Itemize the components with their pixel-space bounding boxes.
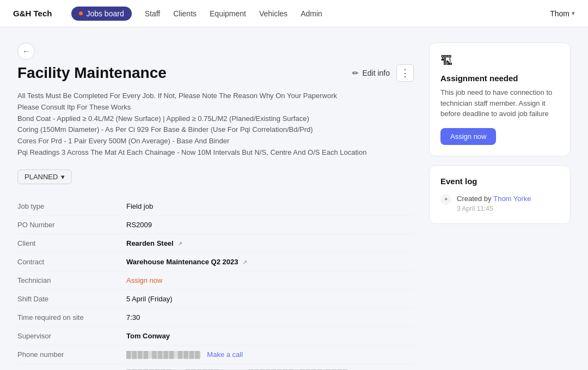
pencil-icon: ✏ — [352, 69, 359, 77]
page-title: Facility Maintenance — [17, 64, 167, 82]
title-actions: ✏ Edit info ⋮ — [352, 64, 414, 82]
value-phone-number: ████ ████ ████ Make a call — [126, 345, 414, 363]
back-button[interactable]: ← — [17, 43, 35, 60]
table-row: Work site ████████ 4, ██████ Road, █████… — [17, 363, 414, 370]
assignment-card-description: This job need to have connection to tech… — [440, 87, 559, 119]
desc-line-6: Pqi Readings 3 Across The Mat At Each Ch… — [17, 147, 414, 159]
table-row: Technician Assign now — [17, 271, 414, 289]
event-author-link[interactable]: Thom Yorke — [493, 195, 531, 203]
event-content: Created by Thom Yorke 3 April 11:45 — [457, 193, 531, 213]
details-table: Job type Field job PO Number RS2009 Clie… — [17, 197, 414, 370]
content-area: ← Facility Maintenance ✏ Edit info ⋮ All… — [17, 43, 414, 370]
event-row: ✦ Created by Thom Yorke 3 April 11:45 — [440, 193, 559, 213]
table-row: Contract Warehouse Maintenance Q2 2023 ↗ — [17, 252, 414, 271]
assignment-card-icon: 🏗 — [440, 54, 559, 68]
table-row: Supervisor Tom Conway — [17, 326, 414, 345]
label-client: Client — [17, 234, 126, 252]
label-supervisor: Supervisor — [17, 326, 126, 345]
contract-external-link-icon[interactable]: ↗ — [242, 259, 247, 265]
supervisor-name: Tom Conway — [126, 332, 170, 340]
client-name: Rearden Steel — [126, 239, 174, 247]
value-contract: Warehouse Maintenance Q2 2023 ↗ — [126, 252, 414, 271]
assign-now-link[interactable]: Assign now — [126, 276, 162, 284]
user-name: Thom — [550, 9, 569, 18]
job-description: All Tests Must Be Completed For Every Jo… — [17, 90, 414, 159]
jobs-board-label: Jobs board — [86, 9, 124, 18]
vehicles-nav[interactable]: Vehicles — [259, 9, 287, 18]
desc-line-3: Bond Coat - Applied ≥ 0.4L/M2 (New Surfa… — [17, 113, 414, 125]
main-layout: ← Facility Maintenance ✏ Edit info ⋮ All… — [0, 27, 588, 370]
brand-logo: G&H Tech — [13, 9, 52, 18]
contract-name: Warehouse Maintenance Q2 2023 — [126, 258, 238, 266]
value-job-type: Field job — [126, 197, 414, 216]
status-chevron-icon: ▾ — [61, 173, 65, 181]
back-row: ← — [17, 43, 414, 60]
user-menu[interactable]: Thom ▾ — [550, 9, 575, 18]
external-link-icon[interactable]: ↗ — [177, 240, 182, 247]
assignment-card-title: Assignment needed — [440, 74, 559, 83]
event-text: Created by Thom Yorke — [457, 193, 531, 204]
event-timestamp: 3 April 11:45 — [457, 205, 531, 213]
event-log-title: Event log — [440, 177, 559, 186]
nav-active-dot — [79, 11, 83, 15]
desc-line-5: Cores For Prd - 1 Pair Every 500M (On Av… — [17, 136, 414, 147]
phone-blurred: ████ ████ ████ — [126, 351, 201, 359]
desc-line-2: Please Consult Itp For These Works — [17, 102, 414, 113]
clients-nav[interactable]: Clients — [173, 9, 197, 18]
event-log-card: Event log ✦ Created by Thom Yorke 3 Apri… — [429, 165, 571, 225]
value-shift-date: 5 April (Friday) — [126, 289, 414, 308]
value-po-number: RS2009 — [126, 215, 414, 234]
label-phone-number: Phone number — [17, 345, 126, 363]
label-po-number: PO Number — [17, 215, 126, 234]
equipment-nav[interactable]: Equipment — [210, 9, 246, 18]
value-client: Rearden Steel ↗ — [126, 234, 414, 252]
user-chevron-icon: ▾ — [572, 10, 575, 17]
admin-nav[interactable]: Admin — [301, 9, 322, 18]
value-time-required: 7:30 — [126, 308, 414, 326]
desc-line-1: All Tests Must Be Completed For Every Jo… — [17, 90, 414, 102]
table-row: Phone number ████ ████ ████ Make a call — [17, 345, 414, 363]
make-call-link[interactable]: Make a call — [207, 350, 243, 359]
sidebar: 🏗 Assignment needed This job need to hav… — [429, 43, 571, 370]
table-row: Job type Field job — [17, 197, 414, 216]
navbar: G&H Tech Jobs board Staff Clients Equipm… — [0, 0, 588, 27]
page-title-row: Facility Maintenance ✏ Edit info ⋮ — [17, 64, 414, 82]
table-row: Shift Date 5 April (Friday) — [17, 289, 414, 308]
value-technician: Assign now — [126, 271, 414, 289]
table-row: PO Number RS2009 — [17, 215, 414, 234]
label-contract: Contract — [17, 252, 126, 271]
staff-nav[interactable]: Staff — [145, 9, 161, 18]
label-time-required: Time required on site — [17, 308, 126, 326]
table-row: Time required on site 7:30 — [17, 308, 414, 326]
label-shift-date: Shift Date — [17, 289, 126, 308]
assign-now-button[interactable]: Assign now — [440, 128, 496, 145]
more-options-button[interactable]: ⋮ — [396, 64, 414, 82]
edit-info-button[interactable]: ✏ Edit info — [352, 69, 390, 77]
value-supervisor: Tom Conway — [126, 326, 414, 345]
status-badge[interactable]: PLANNED ▾ — [17, 169, 72, 184]
desc-line-4: Coring (150Mm Diameter) - As Per Ci 929 … — [17, 124, 414, 136]
value-work-site: ████████ 4, ██████ Road, ████████, ████ … — [126, 363, 414, 370]
event-dot-icon: ✦ — [440, 194, 451, 205]
assignment-card: 🏗 Assignment needed This job need to hav… — [429, 43, 571, 156]
status-label: PLANNED — [24, 173, 58, 181]
table-row: Client Rearden Steel ↗ — [17, 234, 414, 252]
label-work-site: Work site — [17, 363, 126, 370]
label-job-type: Job type — [17, 197, 126, 216]
label-technician: Technician — [17, 271, 126, 289]
jobs-board-nav[interactable]: Jobs board — [71, 7, 131, 21]
